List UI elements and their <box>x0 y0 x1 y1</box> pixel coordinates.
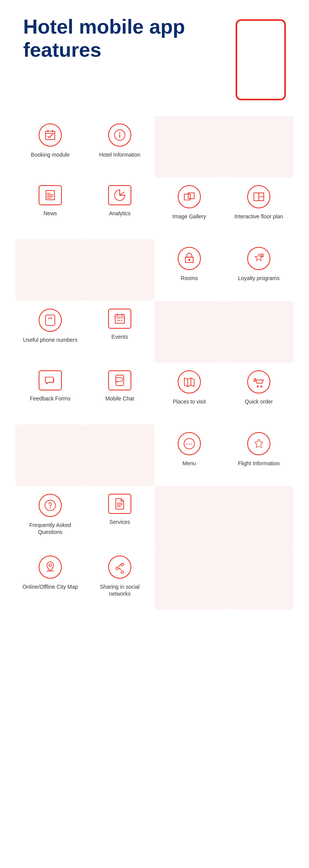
faq-icon-container <box>39 494 62 517</box>
feature-cell-placeholder-11 <box>154 548 224 610</box>
phone-icon-container <box>39 309 62 332</box>
feature-cell-placeholder-6 <box>224 301 294 363</box>
quick-order-label: Quick order <box>245 398 273 405</box>
booking-icon-container <box>39 123 62 147</box>
chat-icon-container <box>108 370 131 390</box>
feature-cell-placeholder-9 <box>154 486 224 548</box>
news-label: News <box>43 210 57 217</box>
hotel-information-label: Hotel Information <box>99 151 141 158</box>
city-map-label: Online/Offline City Map <box>22 583 78 590</box>
feature-cell-feedback-forms: Feedback Forms <box>15 363 85 424</box>
feature-cell-image-gallery: Image Gallery <box>154 177 224 239</box>
news-icon <box>44 189 57 202</box>
rooms-icon <box>183 252 196 265</box>
flight-icon-container <box>247 432 270 455</box>
citymap-icon <box>44 561 57 574</box>
info-icon <box>113 128 126 142</box>
places-icon-container <box>178 370 201 393</box>
feature-cell-hotel-information: Hotel Information <box>85 116 154 177</box>
feature-cell-placeholder-5 <box>154 301 224 363</box>
events-label: Events <box>112 333 128 340</box>
page-title: Hotel mobile app features <box>23 15 209 62</box>
loyalty-icon-container <box>247 247 270 270</box>
phone-icon <box>44 314 57 327</box>
feature-cell-useful-phone: Useful phone numbers <box>15 301 85 363</box>
analytics-icon <box>113 189 126 202</box>
header: Hotel mobile app features <box>0 0 309 112</box>
quickorder-icon-container <box>247 370 270 393</box>
events-icon-container <box>108 309 131 329</box>
menu-icon-container <box>178 432 201 455</box>
feature-cell-loyalty-programs: Loyalty programs <box>224 239 294 301</box>
feature-cell-placeholder-8 <box>85 424 154 486</box>
feature-cell-placeholder-1 <box>154 116 224 177</box>
social-sharing-label: Sharing in social networks <box>89 583 151 597</box>
feature-cell-services: Services <box>85 486 154 548</box>
quickorder-icon <box>252 375 265 388</box>
loyalty-programs-label: Loyalty programs <box>238 275 279 282</box>
page-wrapper: Hotel mobile app features Booking module… <box>0 0 309 868</box>
places-icon <box>183 375 196 388</box>
feedback-icon <box>44 374 57 387</box>
analytics-label: Analytics <box>109 210 131 217</box>
feature-cell-city-map: Online/Offline City Map <box>15 548 85 610</box>
floorplan-icon <box>252 190 265 203</box>
useful-phone-label: Useful phone numbers <box>23 336 78 343</box>
feature-cell-flight-information: Flight Information <box>224 424 294 486</box>
faq-icon <box>44 499 57 512</box>
social-icon <box>113 561 126 574</box>
feature-cell-booking-module: Booking module <box>15 116 85 177</box>
citymap-icon-container <box>39 556 62 579</box>
chat-icon <box>113 374 126 387</box>
loyalty-icon <box>252 252 265 265</box>
rooms-icon-container <box>178 247 201 270</box>
services-icon-container <box>108 494 131 514</box>
feature-cell-news: News <box>15 177 85 239</box>
menu-icon <box>183 437 196 450</box>
booking-module-label: Booking module <box>31 151 70 158</box>
analytics-icon-container <box>108 185 131 205</box>
feature-cell-placeholder-10 <box>224 486 294 548</box>
feature-cell-rooms: Rooms <box>154 239 224 301</box>
feature-cell-analytics: Analytics <box>85 177 154 239</box>
flight-information-label: Flight Information <box>238 460 280 467</box>
feature-cell-interactive-floor-plan: Interactive floor plan <box>224 177 294 239</box>
feature-cell-menu: Menu <box>154 424 224 486</box>
feature-cell-quick-order: Quick order <box>224 363 294 424</box>
social-icon-container <box>108 556 131 579</box>
feedback-icon-container <box>39 370 62 390</box>
floorplan-icon-container <box>247 185 270 208</box>
feature-cell-mobile-chat: Mobile Chat <box>85 363 154 424</box>
feature-cell-placeholder-3 <box>15 239 85 301</box>
feature-cell-placeholder-2 <box>224 116 294 177</box>
feature-cell-social-sharing: Sharing in social networks <box>85 548 154 610</box>
mobile-chat-label: Mobile Chat <box>105 395 134 402</box>
news-icon-container <box>39 185 62 205</box>
faq-label: Frequently Asked Questions <box>19 522 81 535</box>
feature-cell-events: Events <box>85 301 154 363</box>
interactive-floor-plan-label: Interactive floor plan <box>234 213 283 220</box>
flight-icon <box>252 437 265 450</box>
places-to-visit-label: Places to visit <box>173 398 206 405</box>
services-label: Services <box>109 518 130 525</box>
gallery-icon <box>183 190 196 203</box>
booking-icon <box>44 128 57 142</box>
events-icon <box>113 312 126 325</box>
info-icon-container <box>108 123 131 147</box>
menu-label: Menu <box>182 460 196 467</box>
feature-cell-places-to-visit: Places to visit <box>154 363 224 424</box>
services-icon <box>113 497 126 510</box>
phone-mockup <box>236 19 286 100</box>
feature-cell-placeholder-7 <box>15 424 85 486</box>
features-grid: Booking moduleHotel InformationNewsAnaly… <box>0 112 309 613</box>
image-gallery-label: Image Gallery <box>172 213 206 220</box>
feature-cell-faq: Frequently Asked Questions <box>15 486 85 548</box>
feature-cell-placeholder-12 <box>224 548 294 610</box>
feedback-forms-label: Feedback Forms <box>30 395 70 402</box>
gallery-icon-container <box>178 185 201 208</box>
feature-cell-placeholder-4 <box>85 239 154 301</box>
rooms-label: Rooms <box>181 275 198 282</box>
